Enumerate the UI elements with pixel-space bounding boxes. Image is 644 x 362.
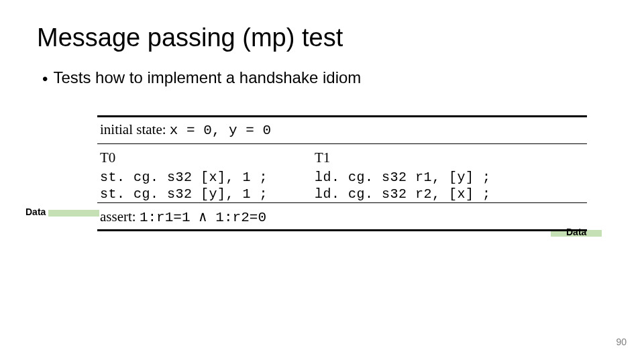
code-t1-line1: ld. cg. s32 r1, [y] ; [315, 170, 584, 185]
slide-title: Message passing (mp) test [37, 23, 607, 52]
litmus-table: initial state: x = 0, y = 0 T0 T1 st. cg… [97, 115, 587, 231]
highlight-left [48, 210, 99, 217]
thread-t1: T1 [315, 149, 584, 166]
initial-state-label: initial state: [100, 121, 166, 137]
code-row-2: st. cg. s32 [y], 1 ; ld. cg. s32 r2, [x]… [97, 186, 587, 202]
thread-header-row: T0 T1 [97, 144, 587, 169]
code-row-1: st. cg. s32 [x], 1 ; ld. cg. s32 r1, [y]… [97, 169, 587, 186]
thread-t0: T0 [100, 149, 315, 166]
page-number: 90 [616, 337, 627, 347]
initial-state-row: initial state: x = 0, y = 0 [97, 117, 587, 143]
bullet-dot-icon: • [42, 68, 48, 90]
code-t1-line2: ld. cg. s32 r2, [x] ; [315, 186, 584, 202]
data-label-left: Data [25, 206, 46, 217]
code-t0-line1: st. cg. s32 [x], 1 ; [100, 170, 315, 185]
assert-label: assert: [100, 208, 136, 225]
code-t0-line2: st. cg. s32 [y], 1 ; [100, 186, 315, 202]
slide: Message passing (mp) test • Tests how to… [0, 0, 644, 255]
initial-state-expr: x = 0, y = 0 [170, 123, 271, 138]
table-bottom-rule [97, 229, 587, 231]
bullet-item: • Tests how to implement a handshake idi… [37, 68, 607, 90]
bullet-text: Tests how to implement a handshake idiom [53, 68, 361, 87]
assert-row: assert: 1:r1=1 ∧ 1:r2=0 [97, 203, 587, 229]
assert-expr: 1:r1=1 ∧ 1:r2=0 [140, 210, 266, 225]
